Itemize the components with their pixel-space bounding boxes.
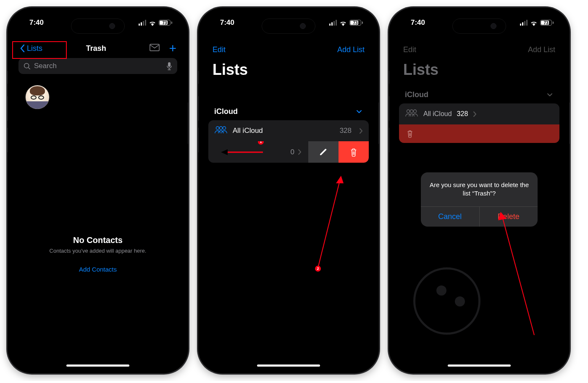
chevron-right-icon xyxy=(298,149,302,155)
annotation-arrow-delete xyxy=(308,175,346,272)
wifi-icon xyxy=(149,20,156,26)
alert-delete-button[interactable]: Delete xyxy=(480,207,538,227)
battery-icon: 73 xyxy=(540,20,554,26)
status-bar: 7:40 73 xyxy=(202,11,375,27)
edit-button[interactable]: Edit xyxy=(213,45,226,54)
wifi-icon xyxy=(339,20,347,26)
power-button xyxy=(188,102,188,144)
row-label: All iCloud xyxy=(233,127,335,135)
row-count: 328 xyxy=(340,127,352,135)
alert-cancel-button[interactable]: Cancel xyxy=(421,207,480,227)
add-contacts-link[interactable]: Add Contacts xyxy=(79,266,117,273)
dictate-icon[interactable] xyxy=(166,62,172,70)
volume-down-button xyxy=(8,127,8,153)
trash-icon xyxy=(350,148,357,157)
empty-state: No Contacts Contacts you've added will a… xyxy=(11,235,185,273)
back-button[interactable]: Lists xyxy=(19,44,42,53)
group-label: iCloud xyxy=(214,107,238,116)
add-button[interactable]: + xyxy=(169,44,176,53)
search-icon xyxy=(24,63,31,70)
power-button xyxy=(569,102,570,144)
svg-rect-2 xyxy=(168,62,171,67)
home-indicator[interactable] xyxy=(448,365,511,367)
status-time: 7:40 xyxy=(29,18,44,27)
list-row-all-icloud[interactable]: All iCloud 328 xyxy=(399,103,559,124)
phone-frame-1: 7:40 73 Lists Trash xyxy=(8,8,188,373)
search-field[interactable]: Search xyxy=(18,58,177,74)
row-count: 0 xyxy=(291,148,294,156)
empty-title: No Contacts xyxy=(11,235,185,245)
add-list-button[interactable]: Add List xyxy=(337,45,365,54)
mute-switch xyxy=(389,71,389,84)
nav-bar: Lists Trash + xyxy=(18,34,178,57)
list-row-trash-delete-revealed[interactable] xyxy=(399,124,559,143)
mute-switch xyxy=(8,71,8,84)
lists-heading: Lists xyxy=(208,58,369,90)
volume-down-button xyxy=(198,127,199,153)
battery-icon: 73 xyxy=(349,20,363,26)
watermark-logo xyxy=(413,267,480,335)
status-time: 7:40 xyxy=(411,18,425,27)
people-icon xyxy=(214,126,228,136)
annotation-badge-2: 2 xyxy=(315,266,321,272)
svg-point-5 xyxy=(223,127,226,129)
trash-icon xyxy=(407,129,413,138)
power-button xyxy=(378,102,379,144)
mail-icon[interactable] xyxy=(150,44,160,53)
me-card-avatar[interactable] xyxy=(25,85,50,109)
empty-subtitle: Contacts you've added will appear here. xyxy=(11,248,185,254)
volume-down-button xyxy=(389,127,389,153)
pencil-icon xyxy=(319,148,328,156)
page-title: Trash xyxy=(86,44,106,53)
row-label: All iCloud xyxy=(423,110,452,118)
svg-point-12 xyxy=(413,110,416,113)
chevron-down-icon xyxy=(356,110,362,114)
group-label: iCloud xyxy=(405,90,428,99)
alert-message: Are you sure you want to delete the list… xyxy=(421,172,538,206)
cellular-icon xyxy=(139,20,146,26)
svg-point-11 xyxy=(410,110,413,113)
screen-3: 7:40 73 Edit Add List Lists iCloud xyxy=(392,11,566,370)
group-header-icloud[interactable]: iCloud xyxy=(399,90,559,103)
group-header-icloud[interactable]: iCloud xyxy=(208,107,369,120)
add-list-button[interactable]: Add List xyxy=(528,45,555,54)
swipe-edit-button[interactable] xyxy=(308,141,339,163)
svg-point-1 xyxy=(24,63,29,68)
battery-icon: 73 xyxy=(159,20,172,26)
chevron-right-icon xyxy=(473,111,477,117)
chevron-left-icon xyxy=(19,44,25,53)
screen-1: 7:40 73 Lists Trash xyxy=(11,11,185,370)
volume-up-button xyxy=(198,96,199,121)
home-indicator[interactable] xyxy=(66,365,129,367)
edit-button[interactable]: Edit xyxy=(403,45,416,54)
delete-confirm-alert: Are you sure you want to delete the list… xyxy=(421,172,538,227)
chevron-down-icon xyxy=(547,93,553,97)
people-icon xyxy=(405,109,418,119)
cellular-icon xyxy=(520,20,528,26)
mute-switch xyxy=(198,71,199,84)
list-row-trash-swiped[interactable]: swipe 0 1 xyxy=(208,141,369,163)
svg-point-10 xyxy=(407,110,410,113)
svg-point-4 xyxy=(219,127,222,129)
screen-2: 7:40 73 Edit Add List Lists iCloud xyxy=(202,11,375,370)
lists-heading: Lists xyxy=(399,58,559,90)
annotation-swipe-arrow xyxy=(221,148,263,156)
svg-point-3 xyxy=(216,127,219,129)
swipe-delete-button[interactable] xyxy=(339,141,369,163)
wifi-icon xyxy=(530,20,538,26)
back-label: Lists xyxy=(27,44,42,53)
svg-line-8 xyxy=(318,181,340,269)
nav-bar: Edit Add List xyxy=(208,34,369,58)
nav-bar: Edit Add List xyxy=(399,34,559,58)
chevron-right-icon xyxy=(359,128,363,134)
row-count: 328 xyxy=(457,110,468,118)
svg-marker-7 xyxy=(221,149,228,155)
volume-up-button xyxy=(389,96,389,121)
list-row-all-icloud[interactable]: All iCloud 328 xyxy=(208,120,369,141)
status-bar: 7:40 73 xyxy=(392,11,566,27)
status-bar: 7:40 73 xyxy=(11,11,185,27)
phone-frame-2: 7:40 73 Edit Add List Lists iCloud xyxy=(198,8,379,373)
search-placeholder: Search xyxy=(34,62,163,70)
cellular-icon xyxy=(329,20,337,26)
home-indicator[interactable] xyxy=(257,365,320,367)
